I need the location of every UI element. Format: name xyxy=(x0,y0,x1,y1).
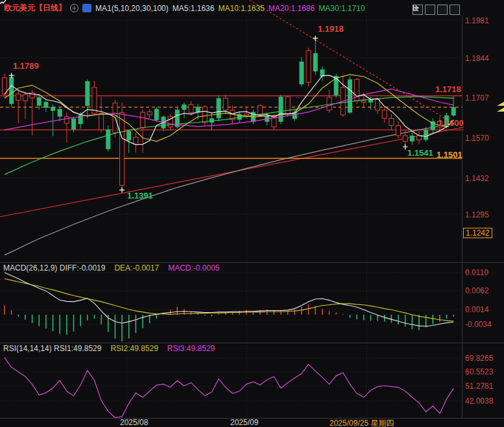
extreme-cross-marker xyxy=(119,188,125,193)
ma5-value: MA5:1.1636 xyxy=(173,4,215,13)
ma10-value: MA10:1.1635 xyxy=(218,4,264,13)
macd-diff-value: DIFF:-0.0019 xyxy=(60,263,106,273)
candle xyxy=(106,130,110,149)
ma20-value: MA20:1.1686 xyxy=(269,4,315,13)
chart-app: 欧元美元【日线】 + MA1(5,10,20,30,100) MA5:1.163… xyxy=(0,0,504,427)
candle xyxy=(382,110,387,118)
candle xyxy=(147,112,152,115)
rsi-header: RSI(14,14,14) RSI1:49.8529 RSI2:49.8529 … xyxy=(3,344,215,353)
candle xyxy=(23,95,27,101)
ma30-value: MA30:1.1710 xyxy=(318,4,365,13)
candle xyxy=(417,136,422,140)
axis-label: 1.1432 xyxy=(465,174,489,183)
candle xyxy=(410,136,414,141)
candle xyxy=(217,98,221,118)
candle xyxy=(58,109,62,117)
macd-panel-divider xyxy=(0,262,504,263)
price-annotation: 1.1541 xyxy=(407,148,433,158)
candle xyxy=(299,62,304,84)
indicator-zoom-out-icon[interactable] xyxy=(437,5,448,15)
axis-label: 1.1981 xyxy=(465,16,489,25)
ma100-line xyxy=(5,123,453,255)
candle xyxy=(348,79,352,112)
chart-canvas[interactable] xyxy=(0,0,504,427)
mini-chart-icon[interactable] xyxy=(82,4,91,12)
macd-diff-line xyxy=(5,273,453,326)
boxed-axis-label: 1.1242 xyxy=(463,228,492,238)
price-annotation: 1.1718 xyxy=(435,84,461,94)
candle xyxy=(285,97,290,114)
candle xyxy=(126,131,131,141)
price-axis-divider xyxy=(462,16,462,418)
indicator-zoom-in-icon[interactable] xyxy=(425,5,435,15)
axis-label: 1.1570 xyxy=(465,134,489,143)
candle xyxy=(279,97,283,122)
candle xyxy=(223,98,228,110)
candle xyxy=(71,119,76,130)
axis-label: 1.1707 xyxy=(465,93,489,103)
candle xyxy=(189,104,193,112)
candle xyxy=(424,130,428,140)
date-label: 2025/09 xyxy=(230,418,258,427)
macd-dea-value: DEA:-0.0017 xyxy=(114,263,159,273)
macd-header: MACD(26,12,9) DIFF:-0.0019 DEA:-0.0017 M… xyxy=(3,263,220,273)
candle xyxy=(99,114,104,130)
candle xyxy=(16,94,21,100)
price-pointer-icon xyxy=(497,102,504,106)
candle xyxy=(451,107,456,116)
rsi-panel-divider xyxy=(0,343,504,343)
price-annotation: 1.1600 xyxy=(438,118,464,128)
axis-label: 42.0038 xyxy=(465,396,493,406)
candle xyxy=(37,97,42,106)
candle xyxy=(9,77,14,104)
candle xyxy=(313,53,318,71)
ma30-line xyxy=(5,97,453,175)
axis-label: -0.0034 xyxy=(465,320,492,329)
axis-label: 51.2781 xyxy=(465,382,493,391)
axis-label: 69.8265 xyxy=(465,354,493,363)
candle xyxy=(361,101,366,103)
candle xyxy=(154,109,159,120)
rsi1-value: RSI1:49.8529 xyxy=(54,344,101,353)
date-label: 2025/08 xyxy=(120,418,148,427)
price-annotation: 1.1501 xyxy=(437,150,462,160)
date-label: 2025/09/25 星期四 xyxy=(330,418,394,427)
chart-toolbar xyxy=(413,5,460,15)
symbol-title[interactable]: 欧元美元【日线】 xyxy=(4,3,66,14)
macd-dea-line xyxy=(5,279,453,322)
candle xyxy=(403,136,407,141)
rsi-line xyxy=(5,358,453,418)
candlestick-chart-svg[interactable] xyxy=(0,0,504,427)
add-icon[interactable]: + xyxy=(70,4,78,12)
candle xyxy=(244,114,248,116)
rsi2-value: RSI2:49.8529 xyxy=(110,344,158,353)
candle xyxy=(376,99,380,110)
price-annotation: 1.1391 xyxy=(127,191,153,201)
macd-macd-value: MACD:-0.0005 xyxy=(168,263,219,273)
candle xyxy=(141,112,145,128)
candle xyxy=(43,102,48,108)
candle xyxy=(64,117,69,123)
axis-label: 1.1295 xyxy=(465,210,489,219)
candle xyxy=(389,118,394,125)
macd-name: MACD(26,12,9) xyxy=(3,263,57,273)
axis-label: 0.0062 xyxy=(465,286,489,295)
candle xyxy=(51,107,55,111)
candle xyxy=(368,99,373,102)
ma-param-label: MA1(5,10,20,30,100) xyxy=(95,4,169,13)
axis-label: 0.0110 xyxy=(465,268,488,277)
next-page-icon[interactable] xyxy=(450,5,460,15)
candle xyxy=(92,88,97,114)
candle xyxy=(396,125,401,136)
candle xyxy=(306,51,311,82)
extreme-cross-marker xyxy=(313,36,318,41)
rsi3-value: RSI3:49.8529 xyxy=(167,344,215,353)
candle xyxy=(182,104,186,110)
axis-label: 60.5523 xyxy=(465,367,493,376)
candle xyxy=(120,112,125,185)
price-annotation: 1.1918 xyxy=(318,24,344,34)
axis-label: 1.1844 xyxy=(465,54,489,63)
candle xyxy=(202,107,207,123)
axis-label: 0.0014 xyxy=(465,305,489,314)
price-annotation: 1.1789 xyxy=(13,61,39,71)
